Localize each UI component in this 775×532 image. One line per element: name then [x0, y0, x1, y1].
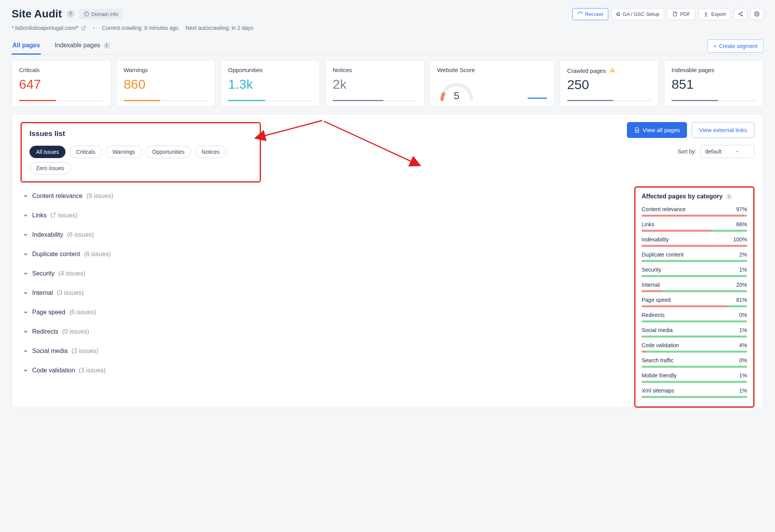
progress-bar [642, 230, 747, 232]
issue-count: (9 issues) [86, 193, 113, 200]
gear-icon [754, 11, 759, 17]
card-warnings-label: Warnings [124, 67, 208, 73]
affected-category-pct: 66% [736, 221, 747, 227]
card-crawled-label: Crawled pages [567, 67, 652, 74]
progress-bar [642, 336, 747, 337]
progress-bar [642, 260, 747, 262]
issue-row[interactable]: Redirects (0 issues) [21, 322, 621, 341]
affected-category-pct: 20% [736, 282, 747, 288]
ga-gsc-setup-button[interactable]: G GA / GSC Setup [611, 8, 665, 20]
info-icon: i [104, 42, 110, 49]
create-segment-button[interactable]: + Create segment [708, 40, 763, 53]
recrawl-button[interactable]: Recrawl [572, 8, 608, 20]
progress-bar [642, 320, 747, 322]
issue-row[interactable]: Content relevance (9 issues) [21, 186, 621, 206]
help-icon[interactable]: ? [67, 10, 74, 18]
export-label: Export [711, 11, 726, 17]
pdf-button[interactable]: PDF [667, 8, 695, 20]
view-all-pages-label: View all pages [643, 127, 680, 133]
affected-category-name: Social media [642, 327, 673, 333]
card-notices[interactable]: Notices 2k [325, 60, 425, 107]
svg-line-6 [740, 13, 742, 14]
affected-category-row[interactable]: Security 1% [642, 267, 747, 277]
card-website-score[interactable]: Website Score 5 [430, 60, 554, 107]
filter-warnings[interactable]: Warnings [106, 146, 142, 158]
affected-category-row[interactable]: Duplicate content 2% [642, 251, 747, 262]
affected-category-name: Redirects [642, 312, 665, 318]
filter-notices[interactable]: Notices [195, 146, 226, 158]
progress-bar [642, 215, 747, 217]
export-button[interactable]: Export [698, 8, 731, 20]
affected-category-pct: 81% [736, 297, 747, 303]
affected-category-row[interactable]: Content relevance 97% [642, 206, 747, 217]
settings-button[interactable] [750, 8, 763, 20]
affected-category-name: Indexability [642, 236, 669, 243]
issue-count: (3 issues) [72, 348, 98, 355]
affected-category-row[interactable]: Links 66% [642, 221, 747, 232]
filter-opportunities[interactable]: Opportunities [146, 146, 191, 158]
card-crawled-pages[interactable]: Crawled pages 250 [560, 60, 659, 107]
issue-row[interactable]: Page speed (6 issues) [21, 303, 621, 322]
issues-list-title: Issues list [29, 129, 252, 138]
affected-category-row[interactable]: Social media 1% [642, 327, 747, 337]
issue-name: Security [32, 270, 55, 277]
ga-gsc-label: GA / GSC Setup [623, 11, 659, 17]
info-icon[interactable]: i [726, 193, 732, 200]
issue-name: Redirects [32, 328, 59, 335]
view-all-pages-button[interactable]: View all pages [627, 122, 687, 138]
sort-value: default [705, 148, 721, 155]
domain-info-button[interactable]: Domain info [79, 9, 123, 19]
affected-category-name: Links [642, 221, 654, 227]
issue-name: Duplicate content [32, 251, 80, 258]
affected-category-row[interactable]: Page speed 81% [642, 297, 747, 307]
score-sparkline [528, 98, 547, 99]
card-indexable-label: Indexable pages [671, 67, 756, 73]
issue-row[interactable]: Indexability (6 issues) [21, 225, 621, 244]
affected-category-name: Xml sitemaps [642, 387, 674, 394]
issue-name: Content relevance [32, 193, 83, 200]
tab-indexable-pages[interactable]: Indexable pages i [54, 38, 110, 54]
filter-zero-issues[interactable]: Zero issues [29, 162, 71, 174]
tab-all-pages[interactable]: All pages [12, 38, 41, 54]
progress-bar [642, 245, 747, 247]
card-indexable-pages[interactable]: Indexable pages 851 [664, 60, 763, 107]
svg-rect-10 [612, 69, 613, 71]
issue-count: (6 issues) [67, 231, 94, 238]
issue-count: (6 issues) [69, 309, 96, 316]
sort-select[interactable]: default [700, 145, 754, 158]
affected-category-row[interactable]: Xml sitemaps 1% [642, 387, 747, 398]
card-warnings-value: 860 [124, 77, 208, 91]
progress-bar [642, 275, 747, 277]
view-external-links-button[interactable]: View external links [692, 122, 754, 138]
affected-pages-box: Affected pages by category i Content rel… [634, 186, 754, 408]
affected-category-row[interactable]: Search traffic 0% [642, 357, 747, 368]
filter-criticals[interactable]: Criticals [69, 146, 102, 158]
create-segment-label: Create segment [719, 43, 758, 49]
progress-bar [642, 381, 747, 383]
tab-indexable-pages-label: Indexable pages [55, 42, 100, 49]
issue-row[interactable]: Duplicate content (6 issues) [21, 244, 621, 264]
chevron-down-icon [23, 232, 28, 238]
share-button[interactable] [734, 8, 747, 20]
affected-category-pct: 0% [739, 357, 747, 363]
affected-category-row[interactable]: Mobile friendly 1% [642, 372, 747, 383]
affected-category-row[interactable]: Code validation 4% [642, 342, 747, 353]
filter-all-issues[interactable]: All issues [29, 146, 66, 158]
issue-row[interactable]: Internal (3 issues) [21, 283, 621, 303]
affected-category-name: Page speed [642, 297, 671, 303]
card-criticals[interactable]: Criticals 647 [12, 60, 111, 107]
issue-row[interactable]: Social media (3 issues) [21, 341, 621, 361]
chevron-down-icon [23, 310, 28, 315]
affected-category-row[interactable]: Indexability 100% [642, 236, 747, 247]
affected-category-row[interactable]: Redirects 0% [642, 312, 747, 322]
domain-text[interactable]: *.lisbonlisboaportugal.com/* [12, 25, 86, 31]
card-opportunities-label: Opportunities [228, 67, 312, 73]
affected-category-row[interactable]: Internal 20% [642, 282, 747, 292]
svg-point-2 [86, 13, 86, 13]
card-opportunities[interactable]: Opportunities 1.3k [221, 60, 320, 107]
card-warnings[interactable]: Warnings 860 [116, 60, 216, 107]
issue-name: Code validation [32, 367, 75, 374]
issue-row[interactable]: Code validation (3 issues) [21, 361, 621, 380]
issue-row[interactable]: Security (4 issues) [21, 264, 621, 283]
issue-row[interactable]: Links (7 issues) [21, 206, 621, 225]
